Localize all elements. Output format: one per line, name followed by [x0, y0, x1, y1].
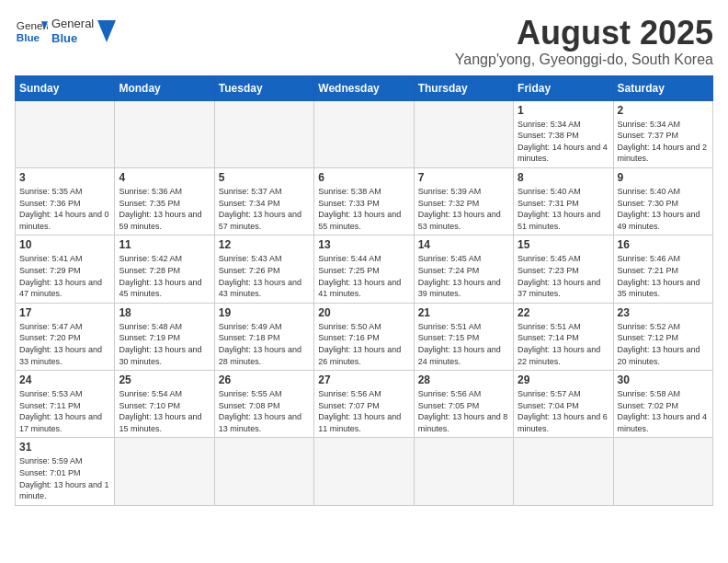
day-info: Sunrise: 5:45 AM Sunset: 7:24 PM Dayligh… — [418, 253, 509, 299]
day-number: 12 — [219, 238, 310, 251]
calendar-cell: 15Sunrise: 5:45 AM Sunset: 7:23 PM Dayli… — [514, 236, 613, 303]
day-number: 19 — [219, 306, 310, 319]
calendar-cell: 27Sunrise: 5:56 AM Sunset: 7:07 PM Dayli… — [314, 371, 414, 438]
day-number: 10 — [19, 238, 110, 251]
day-info: Sunrise: 5:51 AM Sunset: 7:15 PM Dayligh… — [418, 321, 509, 367]
calendar-cell — [314, 438, 414, 505]
weekday-header-monday: Monday — [115, 75, 214, 100]
day-info: Sunrise: 5:55 AM Sunset: 7:08 PM Dayligh… — [219, 388, 310, 434]
month-title: August 2025 — [455, 15, 713, 52]
day-number: 2 — [618, 104, 709, 117]
calendar-cell — [115, 100, 214, 167]
calendar-cell — [414, 100, 513, 167]
day-number: 20 — [318, 306, 409, 319]
calendar-cell: 20Sunrise: 5:50 AM Sunset: 7:16 PM Dayli… — [314, 303, 414, 370]
day-info: Sunrise: 5:56 AM Sunset: 7:05 PM Dayligh… — [418, 388, 509, 434]
calendar-cell: 5Sunrise: 5:37 AM Sunset: 7:34 PM Daylig… — [214, 167, 313, 235]
calendar-week-2: 3Sunrise: 5:35 AM Sunset: 7:36 PM Daylig… — [16, 167, 713, 235]
day-info: Sunrise: 5:43 AM Sunset: 7:26 PM Dayligh… — [219, 253, 310, 299]
weekday-header-saturday: Saturday — [613, 75, 712, 100]
calendar-cell — [214, 100, 313, 167]
calendar-week-5: 24Sunrise: 5:53 AM Sunset: 7:11 PM Dayli… — [16, 371, 713, 438]
day-info: Sunrise: 5:48 AM Sunset: 7:19 PM Dayligh… — [119, 321, 210, 367]
day-info: Sunrise: 5:59 AM Sunset: 7:01 PM Dayligh… — [19, 455, 110, 501]
day-info: Sunrise: 5:42 AM Sunset: 7:28 PM Dayligh… — [119, 253, 210, 299]
weekday-header-tuesday: Tuesday — [214, 75, 313, 100]
weekday-header-thursday: Thursday — [414, 75, 513, 100]
logo-text-general: General — [51, 17, 94, 31]
svg-text:Blue: Blue — [17, 31, 40, 43]
day-info: Sunrise: 5:40 AM Sunset: 7:30 PM Dayligh… — [618, 186, 709, 232]
day-number: 7 — [418, 171, 509, 184]
calendar-cell: 22Sunrise: 5:51 AM Sunset: 7:14 PM Dayli… — [514, 303, 613, 370]
calendar-cell: 14Sunrise: 5:45 AM Sunset: 7:24 PM Dayli… — [414, 236, 513, 303]
calendar-cell: 31Sunrise: 5:59 AM Sunset: 7:01 PM Dayli… — [16, 438, 115, 505]
day-number: 15 — [518, 238, 609, 251]
day-info: Sunrise: 5:53 AM Sunset: 7:11 PM Dayligh… — [19, 388, 110, 434]
day-info: Sunrise: 5:34 AM Sunset: 7:38 PM Dayligh… — [518, 119, 609, 165]
day-number: 8 — [518, 171, 609, 184]
day-info: Sunrise: 5:41 AM Sunset: 7:29 PM Dayligh… — [19, 253, 110, 299]
day-info: Sunrise: 5:52 AM Sunset: 7:12 PM Dayligh… — [618, 321, 709, 367]
calendar-cell: 26Sunrise: 5:55 AM Sunset: 7:08 PM Dayli… — [214, 371, 313, 438]
calendar-table: SundayMondayTuesdayWednesdayThursdayFrid… — [15, 75, 713, 506]
day-number: 27 — [318, 373, 409, 386]
day-info: Sunrise: 5:56 AM Sunset: 7:07 PM Dayligh… — [318, 388, 409, 434]
weekday-header-row: SundayMondayTuesdayWednesdayThursdayFrid… — [16, 75, 713, 100]
day-number: 6 — [318, 171, 409, 184]
day-info: Sunrise: 5:47 AM Sunset: 7:20 PM Dayligh… — [19, 321, 110, 367]
day-number: 3 — [19, 171, 110, 184]
weekday-header-friday: Friday — [514, 75, 613, 100]
calendar-cell: 7Sunrise: 5:39 AM Sunset: 7:32 PM Daylig… — [414, 167, 513, 235]
day-number: 24 — [19, 373, 110, 386]
logo-triangle-icon — [97, 20, 116, 42]
day-number: 21 — [418, 306, 509, 319]
calendar-cell: 19Sunrise: 5:49 AM Sunset: 7:18 PM Dayli… — [214, 303, 313, 370]
logo-icon: General Blue — [15, 15, 48, 48]
weekday-header-sunday: Sunday — [16, 75, 115, 100]
calendar-cell — [314, 100, 414, 167]
day-info: Sunrise: 5:51 AM Sunset: 7:14 PM Dayligh… — [518, 321, 609, 367]
day-info: Sunrise: 5:49 AM Sunset: 7:18 PM Dayligh… — [219, 321, 310, 367]
day-number: 22 — [518, 306, 609, 319]
calendar-cell — [16, 100, 115, 167]
calendar-cell: 24Sunrise: 5:53 AM Sunset: 7:11 PM Dayli… — [16, 371, 115, 438]
day-number: 1 — [518, 104, 609, 117]
day-info: Sunrise: 5:46 AM Sunset: 7:21 PM Dayligh… — [618, 253, 709, 299]
calendar-cell — [414, 438, 513, 505]
day-info: Sunrise: 5:39 AM Sunset: 7:32 PM Dayligh… — [418, 186, 509, 232]
day-number: 25 — [119, 373, 210, 386]
calendar-cell: 10Sunrise: 5:41 AM Sunset: 7:29 PM Dayli… — [16, 236, 115, 303]
calendar-cell: 25Sunrise: 5:54 AM Sunset: 7:10 PM Dayli… — [115, 371, 214, 438]
day-number: 11 — [119, 238, 210, 251]
day-number: 16 — [618, 238, 709, 251]
calendar-cell — [214, 438, 313, 505]
logo: General Blue General Blue — [15, 15, 116, 48]
day-info: Sunrise: 5:38 AM Sunset: 7:33 PM Dayligh… — [318, 186, 409, 232]
day-info: Sunrise: 5:44 AM Sunset: 7:25 PM Dayligh… — [318, 253, 409, 299]
calendar-cell: 8Sunrise: 5:40 AM Sunset: 7:31 PM Daylig… — [514, 167, 613, 235]
weekday-header-wednesday: Wednesday — [314, 75, 414, 100]
calendar-cell: 6Sunrise: 5:38 AM Sunset: 7:33 PM Daylig… — [314, 167, 414, 235]
calendar-cell: 16Sunrise: 5:46 AM Sunset: 7:21 PM Dayli… — [613, 236, 712, 303]
calendar-cell: 17Sunrise: 5:47 AM Sunset: 7:20 PM Dayli… — [16, 303, 115, 370]
title-block: August 2025 Yangp'yong, Gyeonggi-do, Sou… — [455, 15, 713, 68]
day-info: Sunrise: 5:54 AM Sunset: 7:10 PM Dayligh… — [119, 388, 210, 434]
day-number: 26 — [219, 373, 310, 386]
day-number: 28 — [418, 373, 509, 386]
day-info: Sunrise: 5:45 AM Sunset: 7:23 PM Dayligh… — [518, 253, 609, 299]
day-number: 13 — [318, 238, 409, 251]
day-info: Sunrise: 5:57 AM Sunset: 7:04 PM Dayligh… — [518, 388, 609, 434]
calendar-week-1: 1Sunrise: 5:34 AM Sunset: 7:38 PM Daylig… — [16, 100, 713, 167]
day-info: Sunrise: 5:35 AM Sunset: 7:36 PM Dayligh… — [19, 186, 110, 232]
calendar-week-4: 17Sunrise: 5:47 AM Sunset: 7:20 PM Dayli… — [16, 303, 713, 370]
day-info: Sunrise: 5:50 AM Sunset: 7:16 PM Dayligh… — [318, 321, 409, 367]
calendar-cell — [613, 438, 712, 505]
day-number: 9 — [618, 171, 709, 184]
calendar-cell: 13Sunrise: 5:44 AM Sunset: 7:25 PM Dayli… — [314, 236, 414, 303]
calendar-cell — [115, 438, 214, 505]
day-info: Sunrise: 5:36 AM Sunset: 7:35 PM Dayligh… — [119, 186, 210, 232]
day-number: 31 — [19, 441, 110, 454]
location: Yangp'yong, Gyeonggi-do, South Korea — [455, 52, 713, 68]
day-number: 5 — [219, 171, 310, 184]
